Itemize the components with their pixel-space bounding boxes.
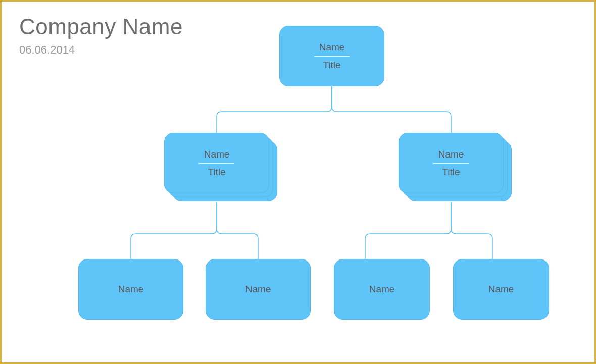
header: Company Name 06.06.2014 xyxy=(19,14,183,57)
org-node-l3-0: Name xyxy=(78,259,183,320)
node-name: Name xyxy=(319,42,345,53)
node-name: Name xyxy=(369,284,395,295)
node-title: Title xyxy=(323,60,340,71)
node-name: Name xyxy=(488,284,514,295)
divider xyxy=(199,163,234,164)
divider xyxy=(314,56,350,57)
node-name: Name xyxy=(245,284,271,295)
divider xyxy=(433,163,469,164)
company-name: Company Name xyxy=(19,14,183,39)
org-node-l2-1: Name Title xyxy=(399,133,504,193)
org-node-l3-2: Name xyxy=(334,259,430,320)
org-node-l3-1: Name xyxy=(206,259,311,320)
org-node-l3-3: Name xyxy=(453,259,549,320)
node-title: Title xyxy=(442,167,460,178)
node-name: Name xyxy=(118,284,144,295)
date: 06.06.2014 xyxy=(19,43,183,57)
node-name: Name xyxy=(438,149,464,160)
org-node-l2-0: Name Title xyxy=(164,133,269,193)
node-title: Title xyxy=(208,167,225,178)
org-node-root: Name Title xyxy=(279,26,384,86)
node-name: Name xyxy=(204,149,230,160)
